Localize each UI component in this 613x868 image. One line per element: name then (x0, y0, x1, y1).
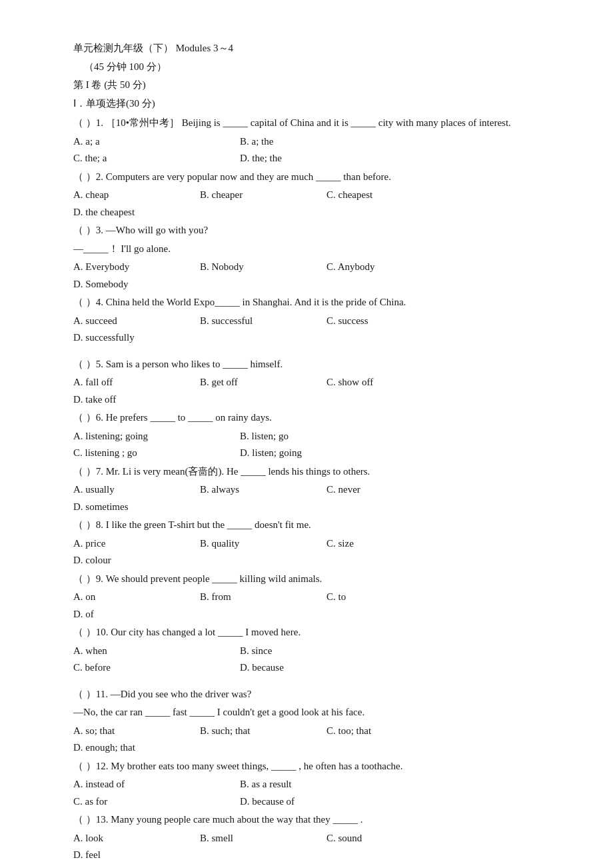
option-1-A: A. a; a (73, 133, 233, 151)
subtitle: （45 分钟 100 分） (73, 59, 560, 76)
option-11-C: C. too; that (326, 723, 446, 740)
option-8-A: A. price (73, 535, 193, 553)
question-text-4: （ ）4. China held the World Expo_____ in … (73, 294, 560, 311)
option-6-D: D. listen; going (240, 445, 400, 462)
question-text-6: （ ）6. He prefers _____ to _____ on rainy… (73, 409, 560, 427)
option-5-A: A. fall off (73, 374, 193, 391)
options-row-7: A. usuallyB. alwaysC. neverD. sometimes (73, 481, 560, 515)
option-5-C: C. show off (326, 374, 446, 391)
option-12-D: D. because of (240, 793, 400, 811)
question-block-12: （ ）12. My brother eats too many sweet th… (73, 758, 560, 811)
option-2-C: C. cheapest (326, 187, 446, 204)
option-4-A: A. succeed (73, 313, 193, 330)
option-9-C: C. to (326, 589, 446, 606)
option-7-D: D. sometimes (73, 499, 193, 516)
question-block-6: （ ）6. He prefers _____ to _____ on rainy… (73, 409, 560, 462)
option-4-D: D. successfully (73, 329, 193, 347)
question-text-7: （ ）7. Mr. Li is very mean(吝啬的). He _____… (73, 463, 560, 481)
question-block-2: （ ）2. Computers are very popular now and… (73, 169, 560, 221)
option-9-D: D. of (73, 606, 193, 623)
question-block-1: （ ）1. ［10•常州中考］ Beijing is _____ capital… (73, 115, 560, 167)
options-row-10: A. whenB. sinceC. beforeD. because (73, 643, 560, 677)
option-10-A: A. when (73, 643, 233, 660)
question-block-3: （ ）3. —Who will go with you?—_____！ I'll… (73, 222, 560, 293)
option-12-B: B. as a result (240, 776, 400, 793)
options-row-6: A. listening; goingB. listen; goC. liste… (73, 428, 560, 462)
question-block-9: （ ）9. We should prevent people _____ kil… (73, 571, 560, 623)
option-6-B: B. listen; go (240, 428, 400, 445)
option-11-A: A. so; that (73, 723, 193, 740)
option-2-A: A. cheap (73, 187, 193, 204)
option-13-A: A. look (73, 830, 193, 847)
options-row-9: A. onB. fromC. toD. of (73, 589, 560, 623)
options-row-12: A. instead ofB. as a resultC. as forD. b… (73, 776, 560, 810)
question-text-5: （ ）5. Sam is a person who likes to _____… (73, 356, 560, 373)
question-block-13: （ ）13. Many young people care much about… (73, 811, 560, 864)
question-text-11: （ ）11. —Did you see who the driver was? (73, 686, 560, 703)
question-text-9: （ ）9. We should prevent people _____ kil… (73, 571, 560, 588)
option-13-C: C. sound (326, 830, 446, 847)
option-7-A: A. usually (73, 481, 193, 499)
option-2-B: B. cheaper (200, 187, 320, 204)
option-5-B: B. get off (200, 374, 320, 391)
option-9-B: B. from (200, 589, 320, 606)
option-8-D: D. colour (73, 552, 193, 569)
question-block-4: （ ）4. China held the World Expo_____ in … (73, 294, 560, 347)
option-10-D: D. because (240, 659, 400, 677)
question-text-13: （ ）13. Many young people care much about… (73, 811, 560, 829)
questions-container: （ ）1. ［10•常州中考］ Beijing is _____ capital… (73, 115, 560, 868)
question-block-7: （ ）7. Mr. Li is very mean(吝啬的). He _____… (73, 463, 560, 516)
question-block-14: （ ）14. Some young people think it's cool… (73, 865, 560, 869)
option-2-D: D. the cheapest (73, 204, 193, 221)
option-10-B: B. since (240, 643, 400, 660)
option-3-A: A. Everybody (73, 259, 193, 276)
option-10-C: C. before (73, 659, 233, 677)
question-extra-11: —No, the car ran _____ fast _____ I coul… (73, 704, 560, 721)
option-1-C: C. the; a (73, 150, 233, 167)
question-text-12: （ ）12. My brother eats too many sweet th… (73, 758, 560, 775)
options-row-5: A. fall offB. get offC. show offD. take … (73, 374, 560, 408)
question-block-11: （ ）11. —Did you see who the driver was?—… (73, 678, 560, 757)
option-12-C: C. as for (73, 793, 233, 811)
options-row-4: A. succeedB. successfulC. successD. succ… (73, 313, 560, 347)
question-block-5: （ ）5. Sam is a person who likes to _____… (73, 348, 560, 409)
question-block-10: （ ）10. Our city has changed a lot _____ … (73, 624, 560, 677)
question-text-3: （ ）3. —Who will go with you? (73, 222, 560, 239)
option-11-B: B. such; that (200, 723, 320, 740)
option-6-C: C. listening ; go (73, 445, 233, 462)
options-row-3: A. EverybodyB. NobodyC. AnybodyD. Somebo… (73, 259, 560, 293)
option-4-C: C. success (326, 313, 446, 330)
option-4-B: B. successful (200, 313, 320, 330)
option-12-A: A. instead of (73, 776, 233, 793)
option-3-B: B. Nobody (200, 259, 320, 276)
option-8-C: C. size (326, 535, 446, 553)
question-text-8: （ ）8. I like the green T-shirt but the _… (73, 517, 560, 534)
option-8-B: B. quality (200, 535, 320, 553)
options-row-2: A. cheapB. cheaperC. cheapestD. the chea… (73, 187, 560, 221)
options-row-11: A. so; thatB. such; thatC. too; thatD. e… (73, 723, 560, 757)
option-3-C: C. Anybody (326, 259, 446, 276)
question-block-8: （ ）8. I like the green T-shirt but the _… (73, 517, 560, 569)
question-text-14: （ ）14. Some young people think it's cool… (73, 865, 560, 869)
option-5-D: D. take off (73, 391, 193, 409)
question-text-2: （ ）2. Computers are very popular now and… (73, 169, 560, 186)
option-3-D: D. Somebody (73, 276, 193, 293)
option-7-B: B. always (200, 481, 320, 499)
main-content: 单元检测九年级（下） Modules 3～4 （45 分钟 100 分） 第 I… (73, 40, 560, 868)
question-extra-3: —_____！ I'll go alone. (73, 241, 560, 258)
question-text-10: （ ）10. Our city has changed a lot _____ … (73, 624, 560, 641)
option-13-D: D. feel (73, 847, 193, 864)
option-11-D: D. enough; that (73, 739, 193, 757)
question-text-1: （ ）1. ［10•常州中考］ Beijing is _____ capital… (73, 115, 560, 132)
section1sub: Ⅰ．单项选择(30 分) (73, 95, 560, 113)
option-9-A: A. on (73, 589, 193, 606)
options-row-13: A. lookB. smellC. soundD. feel (73, 830, 560, 864)
options-row-8: A. priceB. qualityC. sizeD. colour (73, 535, 560, 569)
option-1-D: D. the; the (240, 150, 400, 167)
option-6-A: A. listening; going (73, 428, 233, 445)
section1: 第 I 卷 (共 50 分) (73, 77, 560, 94)
option-1-B: B. a; the (240, 133, 400, 151)
option-13-B: B. smell (200, 830, 320, 847)
options-row-1: A. a; aB. a; theC. the; aD. the; the (73, 133, 560, 167)
option-7-C: C. never (326, 481, 446, 499)
